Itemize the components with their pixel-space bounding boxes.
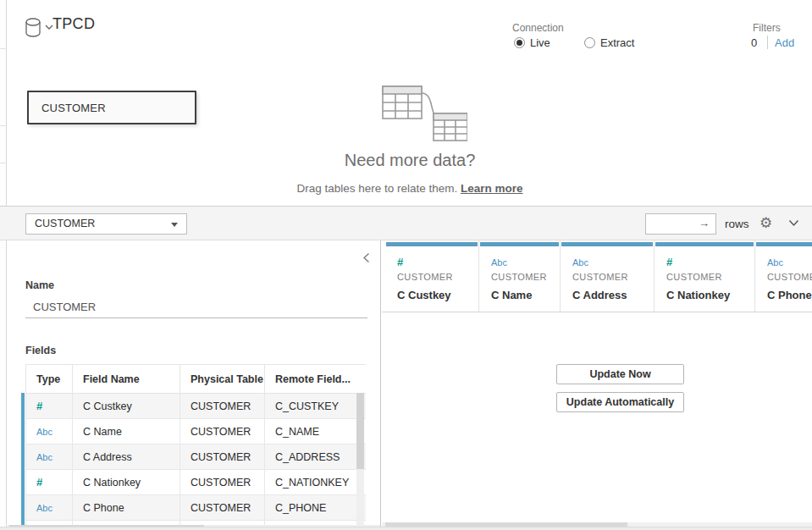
field-remote-field-cell[interactable]: C_CUSTKEY xyxy=(265,394,367,419)
field-type-cell[interactable]: Abc xyxy=(26,419,73,444)
column-field-label[interactable]: C Custkey xyxy=(397,289,451,301)
column-type-icon-wrap[interactable]: Abc xyxy=(767,254,783,269)
field-field-name-cell[interactable]: C Phone xyxy=(73,495,180,521)
fields-column-header[interactable]: Type xyxy=(26,365,73,394)
empty-state-subtext: Drag tables here to relate them. Learn m… xyxy=(8,182,812,195)
update-automatically-button[interactable]: Update Automatically xyxy=(556,392,684,412)
table-node-customer[interactable]: CUSTOMER xyxy=(27,91,196,124)
field-physical-table-cell[interactable]: CUSTOMER xyxy=(180,495,265,521)
column-field-label[interactable]: C Name xyxy=(491,289,532,301)
field-field-name-cell[interactable]: C Nationkey xyxy=(73,470,180,495)
rows-input[interactable] xyxy=(649,215,699,233)
number-type-icon: # xyxy=(397,256,402,268)
column-accent-stripe xyxy=(655,242,754,246)
table-selector-dropdown[interactable]: CUSTOMER xyxy=(25,213,187,235)
column-field-label[interactable]: C Phone xyxy=(767,289,812,301)
field-remote-field-cell[interactable]: C_ADDRESS xyxy=(265,444,367,470)
column-table-label: CUSTOMER xyxy=(767,272,812,282)
update-now-button[interactable]: Update Now xyxy=(556,364,684,384)
filters-add-link[interactable]: Add xyxy=(775,36,794,49)
field-remote-field-cell[interactable]: C_NAME xyxy=(265,419,367,444)
learn-more-link[interactable]: Learn more xyxy=(461,182,523,195)
field-row[interactable]: #C NationkeyCUSTOMERC_NATIONKEY xyxy=(26,470,367,495)
string-type-icon: Abc xyxy=(36,427,52,437)
row-selection-stripe xyxy=(21,393,25,526)
field-type-cell[interactable]: # xyxy=(26,394,73,419)
column-table-label: CUSTOMER xyxy=(666,272,722,282)
column-field-label[interactable]: C Nationkey xyxy=(666,289,730,301)
field-physical-table-cell[interactable]: CUSTOMER xyxy=(180,394,265,419)
rows-input-wrap: → xyxy=(645,213,716,235)
fields-vertical-scrollbar[interactable] xyxy=(356,393,364,525)
collapsed-left-rail[interactable] xyxy=(0,0,7,530)
chevron-down-icon xyxy=(46,25,52,29)
field-remote-field-cell[interactable]: C_PHONE xyxy=(265,495,367,521)
field-row[interactable]: #C CustkeyCUSTOMERC_CUSTKEY xyxy=(26,394,367,419)
filters-label: Filters xyxy=(753,22,781,34)
table-name-field[interactable] xyxy=(25,296,367,318)
data-preview-grid: #CUSTOMERC CustkeyAbcCUSTOMERC NameAbcCU… xyxy=(382,240,812,530)
field-physical-table-cell[interactable]: CUSTOMER xyxy=(180,444,265,470)
connection-label: Connection xyxy=(512,22,564,34)
column-type-icon-wrap[interactable]: Abc xyxy=(572,254,588,269)
grid-header-border xyxy=(382,312,812,312)
relate-tables-illustration xyxy=(369,80,467,144)
fields-table-header-row: TypeField NamePhysical TableRemote Field… xyxy=(26,365,367,394)
string-type-icon: Abc xyxy=(767,257,783,268)
string-type-icon: Abc xyxy=(36,503,52,513)
fields-column-header[interactable]: Physical Table xyxy=(180,365,265,394)
collapse-panel-icon[interactable] xyxy=(362,252,370,263)
fields-column-header[interactable]: Field Name xyxy=(73,365,180,394)
column-accent-stripe xyxy=(756,242,812,246)
field-row[interactable]: AbcC PhoneCUSTOMERC_PHONE xyxy=(26,495,367,521)
column-table-label: CUSTOMER xyxy=(397,272,453,282)
field-type-cell[interactable]: Abc xyxy=(26,495,73,521)
gear-icon[interactable]: ⚙ xyxy=(760,214,772,232)
column-accent-stripe xyxy=(386,242,478,246)
grid-column-header[interactable]: #CUSTOMERC Custkey xyxy=(385,240,478,312)
rail-divider xyxy=(0,48,7,49)
fields-column-header[interactable]: Remote Field... xyxy=(265,365,367,394)
radio-live[interactable]: Live xyxy=(514,36,550,49)
field-physical-table-cell[interactable]: CUSTOMER xyxy=(180,470,265,495)
column-type-icon-wrap[interactable]: # xyxy=(397,254,402,269)
rows-label: rows xyxy=(725,218,749,230)
scrollbar-thumb[interactable] xyxy=(356,393,364,469)
field-field-name-cell[interactable]: C Address xyxy=(73,444,180,470)
field-remote-field-cell[interactable]: C_NATIONKEY xyxy=(265,470,367,495)
string-type-icon: Abc xyxy=(572,257,588,268)
column-type-icon-wrap[interactable]: # xyxy=(666,254,671,269)
grid-column-header[interactable]: #CUSTOMERC Nationkey xyxy=(654,240,754,312)
radio-extract[interactable]: Extract xyxy=(584,36,634,49)
field-row[interactable]: AbcC AddressCUSTOMERC_ADDRESS xyxy=(26,444,367,470)
rail-divider xyxy=(0,125,7,126)
radio-live-label: Live xyxy=(530,36,550,49)
column-field-label[interactable]: C Address xyxy=(572,289,627,301)
field-row[interactable]: AbcC NameCUSTOMERC_NAME xyxy=(26,419,367,444)
chevron-down-icon[interactable] xyxy=(788,219,799,227)
column-accent-stripe xyxy=(561,242,653,246)
filters-count: 0 xyxy=(751,36,757,49)
grid-column-header[interactable]: AbcCUSTOMERC Name xyxy=(478,240,560,312)
table-selector-value: CUSTOMER xyxy=(35,218,95,229)
field-type-cell[interactable]: Abc xyxy=(26,444,73,470)
number-type-icon: # xyxy=(666,256,671,268)
field-physical-table-cell[interactable]: CUSTOMER xyxy=(180,419,265,444)
column-type-icon-wrap[interactable]: Abc xyxy=(491,254,507,269)
fields-table: TypeField NamePhysical TableRemote Field… xyxy=(25,364,366,525)
caret-down-icon xyxy=(171,223,178,227)
field-type-cell[interactable]: # xyxy=(26,470,73,495)
bottom-edge xyxy=(0,527,812,530)
table-details-panel: Name Fields TypeField NamePhysical Table… xyxy=(8,240,381,530)
grid-column-header[interactable]: AbcCUSTOMERC Address xyxy=(560,240,654,312)
arrow-right-icon[interactable]: → xyxy=(699,217,710,229)
number-type-icon: # xyxy=(36,476,41,489)
canvas-area: TPCD Connection Live Extract Filters 0 A… xyxy=(8,0,812,206)
grid-column-header[interactable]: AbcCUSTOMERC Phone xyxy=(754,240,812,312)
field-field-name-cell[interactable]: C Custkey xyxy=(73,394,180,419)
fields-table-wrap: TypeField NamePhysical TableRemote Field… xyxy=(25,364,366,525)
field-field-name-cell[interactable]: C Name xyxy=(73,419,180,444)
rail-divider xyxy=(0,163,7,163)
fields-label: Fields xyxy=(25,345,56,356)
number-type-icon: # xyxy=(36,400,41,412)
